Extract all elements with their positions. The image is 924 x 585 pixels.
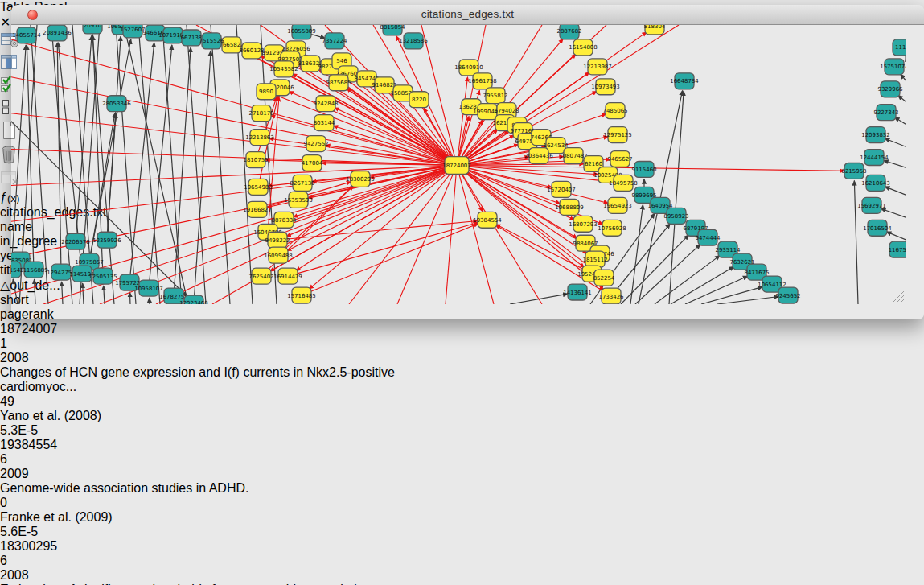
node-label: 1624534	[543, 142, 569, 149]
cell: 49	[0, 394, 52, 409]
node-label: 1733426	[598, 294, 623, 300]
node-label: 11156889	[19, 267, 48, 274]
node-label: 10756928	[598, 225, 626, 232]
window-title: citations_edges.txt	[11, 5, 924, 24]
node-label: 1810755	[243, 157, 268, 163]
node-label: 10688809	[555, 204, 584, 211]
node-label: 13218586	[399, 38, 428, 44]
node-label: 1815112	[582, 257, 607, 263]
node-label: 9227343	[873, 109, 898, 116]
node-label: 9498222	[265, 237, 290, 244]
edge	[854, 180, 858, 304]
node-label: 16055809	[287, 28, 316, 35]
cell: Franke et al. (2009)	[0, 510, 129, 525]
edge	[894, 117, 906, 125]
node-label: 546	[336, 58, 347, 64]
edge	[62, 282, 63, 304]
node-label: 7357224	[322, 38, 347, 44]
node-label: 62160	[585, 161, 602, 167]
node-label: 9474444	[695, 235, 721, 241]
node-label: 16807293	[569, 221, 598, 228]
node-label: 15692971	[857, 203, 886, 209]
node-label: 10543582	[269, 66, 298, 72]
edge	[886, 232, 906, 240]
node-label: 16099488	[264, 253, 293, 259]
edge	[883, 160, 906, 167]
node-label: 2718170	[248, 110, 273, 117]
node-label: 2887682	[556, 28, 581, 35]
edge	[83, 283, 84, 304]
node-label: 8220	[412, 97, 426, 103]
node-label: 20910	[84, 25, 101, 29]
node-label: 19384554	[473, 217, 502, 224]
zoom-window-button[interactable]	[61, 10, 72, 20]
cell: 2008	[0, 351, 55, 365]
edge	[906, 56, 906, 59]
edge	[124, 25, 188, 304]
cell: Yano et al. (2008)	[0, 409, 129, 423]
node-label: 7955812	[483, 93, 507, 99]
cell: 5.3E-5	[0, 423, 92, 438]
window-frame: 1872400776658228660128891295423226056982…	[11, 25, 924, 307]
edge	[881, 208, 906, 217]
cell: 6	[0, 554, 83, 568]
edge	[701, 286, 762, 304]
node-label: 116753	[889, 247, 906, 253]
node-label: 8815054	[380, 25, 405, 31]
cell: Changes of HCN gene expression and I(f) …	[0, 365, 396, 394]
node-label: 9890	[259, 89, 273, 95]
node-label: 17016504	[863, 225, 892, 232]
table-row[interactable]: 1938455462009Genome-wide association stu…	[0, 438, 924, 539]
minimize-window-button[interactable]	[44, 10, 55, 20]
network-window: citations_edges.txt 18724007766582286601…	[11, 5, 924, 319]
node-label: 10958107	[134, 286, 163, 292]
node-label: 7485065	[602, 108, 627, 114]
cell: 18724007	[0, 322, 69, 336]
table-row[interactable]: 1830029562008Estimation of significance …	[0, 539, 924, 585]
node-label: 12975125	[603, 132, 632, 138]
node-label: 19654923	[603, 203, 632, 209]
node-label: 12093832	[861, 132, 890, 138]
network-graph[interactable]: 1872400776658228660128891295423226056982…	[11, 25, 906, 304]
cell: 2008	[0, 568, 55, 583]
node-label: 16961758	[468, 78, 497, 84]
edge	[669, 91, 684, 304]
node-label: 9465627	[607, 156, 632, 163]
edge	[302, 224, 478, 295]
network-canvas[interactable]: 1872400776658228660128891295423226056982…	[11, 25, 924, 307]
node-label: 6794028	[494, 108, 519, 114]
node-label: 2935114	[715, 247, 741, 253]
node-label: 15751074	[880, 64, 906, 70]
node-label: 12505135	[88, 274, 117, 280]
node-label: 8660128	[239, 47, 264, 54]
node-label: 7515526	[199, 38, 224, 44]
edge	[57, 43, 61, 272]
cell: 5.6E-5	[0, 525, 92, 539]
node-label: 12923468	[179, 301, 208, 304]
node-label: 10973493	[591, 84, 620, 90]
node-label: 18640910	[454, 64, 483, 71]
window-titlebar[interactable]: citations_edges.txt	[11, 5, 924, 25]
node-label: 19166827	[243, 207, 272, 213]
edge	[621, 235, 689, 304]
node-label: 9427552	[303, 141, 328, 147]
table-row[interactable]: 1872400712008Changes of HCN gene express…	[0, 322, 924, 438]
close-window-button[interactable]	[27, 10, 38, 20]
node-label: 10975857	[75, 259, 104, 266]
node-label: 14055714	[12, 32, 41, 39]
edge	[885, 138, 906, 147]
edge	[211, 25, 230, 304]
node-label: 16648784	[670, 78, 699, 84]
edge	[35, 279, 35, 304]
node-label: 14136141	[563, 290, 592, 296]
node-label: 9329966	[877, 86, 902, 93]
node-label: 15716485	[287, 293, 316, 299]
sort-ascending-icon: △	[0, 278, 10, 292]
node-label: 8878334	[271, 217, 297, 224]
cell: 18300295	[0, 539, 69, 554]
node-label: 12359926	[92, 237, 121, 244]
cell: 19384554	[0, 438, 69, 452]
node-label: 12444154	[860, 154, 889, 161]
cell: 1	[0, 336, 83, 351]
node-label: 1117	[895, 44, 906, 51]
